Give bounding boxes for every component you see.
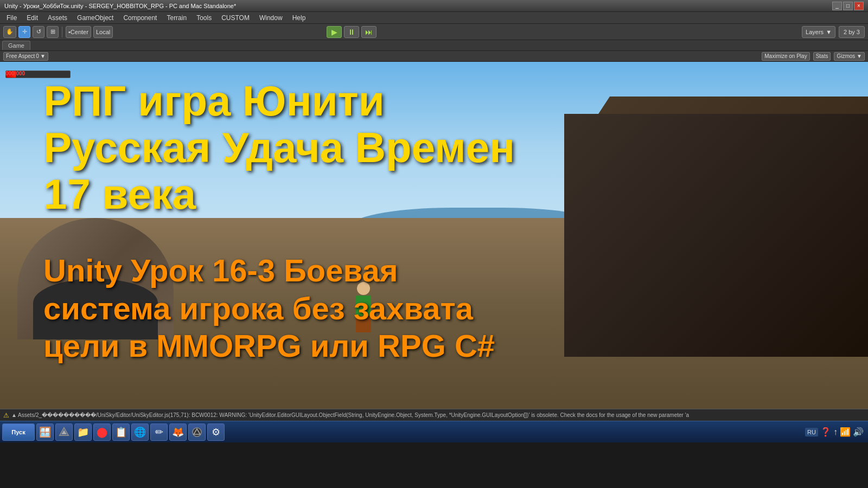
play-button[interactable]: ▶ bbox=[327, 26, 342, 38]
toolbar: ✋ ✛ ↺ ⊞ • Center Local ▶ ⏸ ⏭ Layers ▼ 2 … bbox=[0, 24, 868, 40]
local-toggle[interactable]: Local bbox=[93, 26, 113, 38]
aspect-label: Free Aspect bbox=[6, 53, 35, 59]
taskbar-unity2-icon[interactable] bbox=[188, 423, 206, 441]
move-tool-button[interactable]: ✛ bbox=[18, 26, 30, 38]
game-tab[interactable]: Game bbox=[2, 41, 30, 50]
title-bar: Unity - Уроки_Хо6биТок.unity - SERGEY_HO… bbox=[0, 0, 868, 12]
layout-selector[interactable]: 2 by 3 bbox=[839, 26, 865, 38]
gizmos-button[interactable]: Gizmos ▼ bbox=[834, 52, 865, 61]
language-indicator: RU bbox=[805, 428, 818, 436]
aspect-dropdown[interactable]: Free Aspect 0 ▼ bbox=[3, 52, 48, 61]
aspect-chevron-icon: ▼ bbox=[40, 53, 46, 59]
scale-tool-button[interactable]: ⊞ bbox=[47, 26, 59, 38]
stats-button[interactable]: Stats bbox=[813, 52, 831, 61]
menu-terrain[interactable]: Terrain bbox=[162, 13, 191, 23]
menu-assets[interactable]: Assets bbox=[43, 13, 72, 23]
warning-bar: ⚠ ▲ Assets/2_����������/UniSky/Editor/Un… bbox=[0, 409, 868, 421]
game-title-overlay: РПГ игра Юнити Русская Удача Времен 17 в… bbox=[43, 78, 515, 217]
game-tab-row: Game bbox=[0, 40, 868, 51]
building-right bbox=[564, 114, 868, 357]
taskbar-opera-icon[interactable]: ⬤ bbox=[93, 423, 111, 441]
pause-button[interactable]: ⏸ bbox=[344, 26, 359, 38]
taskbar-windows-icon[interactable]: 🪟 bbox=[36, 423, 54, 441]
menu-bar: File Edit Assets GameObject Component Te… bbox=[0, 12, 868, 24]
game-viewport: 000|000 РПГ игра Юнити Русская Удача Вре… bbox=[0, 62, 868, 409]
menu-help[interactable]: Help bbox=[288, 13, 310, 23]
title-bar-buttons: _ □ × bbox=[832, 2, 864, 10]
layers-label: Layers bbox=[806, 29, 824, 35]
menu-component[interactable]: Component bbox=[119, 13, 161, 23]
taskbar-chrome-icon[interactable]: 🌐 bbox=[131, 423, 149, 441]
menu-edit[interactable]: Edit bbox=[22, 13, 42, 23]
title-line2: Русская Удача Времен bbox=[43, 124, 515, 171]
taskbar-yandex-icon[interactable]: 🦊 bbox=[169, 423, 187, 441]
subtitle-line2: система игрока без захвата bbox=[43, 291, 473, 326]
health-text: 000|000 bbox=[5, 70, 25, 76]
rotate-tool-button[interactable]: ↺ bbox=[33, 26, 44, 38]
menu-tools[interactable]: Tools bbox=[192, 13, 216, 23]
taskbar-unity-icon[interactable] bbox=[55, 423, 73, 441]
center-label: Center bbox=[71, 29, 88, 35]
menu-gameobject[interactable]: GameObject bbox=[73, 13, 118, 23]
taskbar-folder-icon[interactable]: 📁 bbox=[74, 423, 92, 441]
close-button[interactable]: × bbox=[854, 2, 864, 10]
help-icon[interactable]: ❓ bbox=[820, 427, 831, 437]
arrow-up-icon[interactable]: ↑ bbox=[833, 427, 838, 437]
menu-window[interactable]: Window bbox=[255, 13, 287, 23]
taskbar-editor-icon[interactable]: ✏ bbox=[150, 423, 168, 441]
main-title-text: РПГ игра Юнити Русская Удача Времен 17 в… bbox=[43, 78, 515, 217]
taskbar-clipboard-icon[interactable]: 📋 bbox=[112, 423, 130, 441]
volume-icon[interactable]: 🔊 bbox=[853, 427, 864, 437]
menu-custom[interactable]: CUSTOM bbox=[217, 13, 254, 23]
taskbar-settings-icon[interactable]: ⚙ bbox=[207, 423, 225, 441]
separator-1 bbox=[62, 27, 62, 37]
sub-title-text: Unity Урок 16-3 Боевая система игрока бе… bbox=[43, 252, 495, 365]
layers-chevron-icon: ▼ bbox=[826, 29, 832, 35]
start-button[interactable]: Пуск bbox=[2, 423, 35, 441]
layers-dropdown[interactable]: Layers ▼ bbox=[802, 26, 835, 38]
taskbar: Пуск 🪟 📁 ⬤ 📋 🌐 ✏ 🦊 ⚙ RU ❓ ↑ 📶 🔊 bbox=[0, 421, 868, 442]
minimize-button[interactable]: _ bbox=[832, 2, 842, 10]
playback-controls: ▶ ⏸ ⏭ bbox=[327, 26, 376, 38]
network-icon[interactable]: 📶 bbox=[840, 427, 851, 437]
game-subtitle-overlay: Unity Урок 16-3 Боевая система игрока бе… bbox=[43, 252, 495, 365]
menu-file[interactable]: File bbox=[2, 13, 21, 23]
toolbar-right: Layers ▼ 2 by 3 bbox=[802, 26, 865, 38]
local-label: Local bbox=[96, 29, 110, 35]
maximize-on-play-button[interactable]: Maximize on Play bbox=[762, 52, 809, 61]
step-button[interactable]: ⏭ bbox=[361, 26, 376, 38]
center-toggle[interactable]: • Center bbox=[66, 26, 91, 38]
title-bar-text: Unity - Уроки_Хо6биТок.unity - SERGEY_HO… bbox=[4, 3, 236, 9]
game-subbar: Free Aspect 0 ▼ Maximize on Play Stats G… bbox=[0, 51, 868, 62]
maximize-button[interactable]: □ bbox=[843, 2, 853, 10]
subtitle-line3: цели в MMORPG или RPG C# bbox=[43, 328, 495, 363]
title-line1: РПГ игра Юнити bbox=[43, 77, 385, 125]
aspect-value: 0 bbox=[36, 53, 39, 59]
warning-text: ▲ Assets/2_����������/UniSky/Editor/UniS… bbox=[11, 412, 689, 418]
subtitle-line1: Unity Урок 16-3 Боевая bbox=[43, 253, 398, 288]
hand-tool-button[interactable]: ✋ bbox=[3, 26, 16, 38]
warning-icon: ⚠ bbox=[3, 412, 9, 419]
title-line3: 17 века bbox=[43, 170, 196, 218]
taskbar-right: RU ❓ ↑ 📶 🔊 bbox=[805, 427, 866, 437]
